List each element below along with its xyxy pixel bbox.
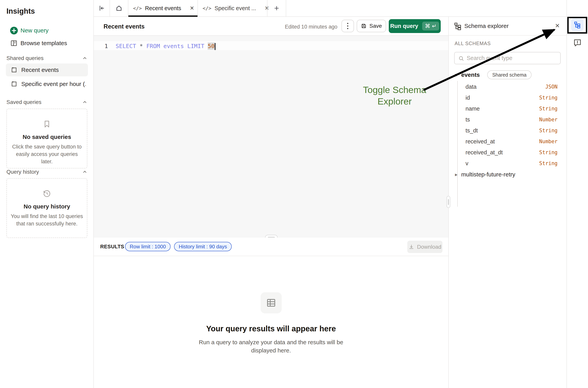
query-title: Recent events <box>104 23 144 30</box>
browse-templates-label: Browse templates <box>21 40 67 47</box>
section-query-history[interactable]: Query history <box>6 168 87 176</box>
field-name: name <box>466 105 480 112</box>
saved-queries-empty-card: No saved queries Click the save query bu… <box>6 109 87 169</box>
schema-field-row[interactable]: name String <box>449 103 566 114</box>
history-empty-title: No query history <box>24 203 70 210</box>
schema-field-row[interactable]: ts Number <box>449 114 566 125</box>
field-type: JSON <box>545 84 558 90</box>
sql-table: events <box>160 43 187 49</box>
sidebar-item-label: Specific event per hour (... <box>21 81 86 87</box>
field-type: Number <box>539 117 558 122</box>
saved-empty-title: No saved queries <box>23 134 71 140</box>
sql-keyword: SELECT <box>116 43 136 49</box>
field-name: v <box>466 160 469 167</box>
field-name: ts_dt <box>466 127 478 134</box>
caret-right-icon[interactable]: ▸ <box>455 171 460 178</box>
query-history-empty-card: No query history You will find the last … <box>6 178 87 238</box>
history-limit-badge[interactable]: History limit : 90 days <box>174 242 232 251</box>
browse-templates-button[interactable]: Browse templates <box>0 37 94 50</box>
caret-down-icon[interactable]: ▾ <box>455 72 460 78</box>
editor-header: Recent events Edited 10 minutes ago Save… <box>94 17 448 36</box>
schema-root-multistep[interactable]: ▸ multistep-future-retry <box>449 170 566 179</box>
schema-field-row[interactable]: v String <box>449 158 566 169</box>
sql-value: 50 <box>208 42 214 50</box>
results-empty-body: Run a query to analyze your data and the… <box>190 338 352 355</box>
schema-field-row[interactable]: data JSON <box>449 81 566 92</box>
field-name: data <box>466 84 476 90</box>
schema-tree-icon <box>574 21 581 28</box>
sql-keyword: LIMIT <box>187 43 208 49</box>
sidebar-item-label: Recent events <box>21 67 59 73</box>
row-limit-badge[interactable]: Row limit : 1000 <box>125 242 170 251</box>
save-label: Save <box>369 23 382 29</box>
field-name: id <box>466 95 470 101</box>
download-label: Download <box>417 244 442 250</box>
sql-editor[interactable]: 1 SELECT * FROM events LIMIT 50 <box>94 36 448 238</box>
chevron-up-icon[interactable] <box>82 56 87 61</box>
collapse-sidebar-button[interactable] <box>94 0 110 16</box>
results-empty-title: Your query results will appear here <box>206 324 336 333</box>
run-query-button[interactable]: Run query ⌘↵ <box>389 19 441 33</box>
more-options-button[interactable] <box>341 20 354 32</box>
feedback-icon <box>573 38 582 47</box>
edited-timestamp: Edited 10 minutes ago <box>285 24 337 30</box>
new-query-button[interactable]: New query <box>0 24 94 37</box>
toggle-schema-explorer-button[interactable] <box>571 19 584 31</box>
schema-field-row[interactable]: received_at_dt String <box>449 147 566 158</box>
query-snippet-icon <box>11 67 17 73</box>
sql-operator: * <box>136 43 146 49</box>
field-type: Number <box>539 139 558 144</box>
run-query-label: Run query <box>390 23 418 29</box>
bookmark-icon <box>42 120 51 129</box>
search-input[interactable] <box>467 52 559 64</box>
save-button[interactable]: Save <box>357 20 386 32</box>
chevron-up-icon[interactable] <box>82 170 87 174</box>
schema-field-row[interactable]: ts_dt String <box>449 125 566 136</box>
download-icon <box>408 244 414 250</box>
tab-label: Specific event ... <box>214 5 256 12</box>
field-type: String <box>539 149 558 155</box>
history-icon <box>42 189 51 198</box>
close-panel-icon[interactable]: ✕ <box>555 22 560 29</box>
section-shared-queries[interactable]: Shared queries <box>6 54 87 62</box>
run-shortcut-badge: ⌘↵ <box>422 22 439 30</box>
panel-resize-handle[interactable] <box>447 196 450 208</box>
save-icon <box>361 23 367 29</box>
search-icon <box>458 55 464 62</box>
query-snippet-icon <box>11 81 17 87</box>
section-saved-queries[interactable]: Saved queries <box>6 98 87 106</box>
home-tab-button[interactable] <box>110 0 128 16</box>
new-query-label: New query <box>21 27 48 34</box>
sql-code-line: SELECT * FROM events LIMIT 50 <box>116 43 215 50</box>
chevron-up-icon[interactable] <box>82 100 87 105</box>
field-type: String <box>539 128 558 133</box>
schema-field-row[interactable]: received_at Number <box>449 136 566 147</box>
all-schemas-label: ALL SCHEMAS <box>455 41 491 46</box>
sidebar-item-specific-event[interactable]: Specific event per hour (... <box>6 77 88 91</box>
new-tab-button[interactable] <box>267 0 286 16</box>
schema-root-events[interactable]: ▾ events Shared schema <box>449 70 566 80</box>
shared-schema-badge: Shared schema <box>487 70 532 79</box>
feedback-button[interactable] <box>573 38 582 47</box>
schema-explorer-panel: Schema explorer ✕ ALL SCHEMAS ▾ events S… <box>448 17 566 388</box>
sidebar-item-recent-events[interactable]: Recent events <box>6 64 88 76</box>
section-saved-label: Saved queries <box>6 99 41 105</box>
schema-tree-icon <box>454 22 462 30</box>
results-header: RESULTS Row limit : 1000 History limit :… <box>94 238 448 256</box>
download-button[interactable]: Download <box>407 241 443 253</box>
text-cursor <box>215 43 215 50</box>
field-name: ts <box>466 117 470 123</box>
close-tab-icon[interactable]: ✕ <box>190 5 194 11</box>
section-history-label: Query history <box>6 169 39 175</box>
field-type: String <box>539 160 558 166</box>
tab-specific-event[interactable]: </> Specific event ... ✕ <box>198 0 267 16</box>
right-icon-strip <box>566 0 588 388</box>
templates-icon <box>10 39 18 47</box>
schema-search[interactable] <box>454 52 561 64</box>
insights-app: Insights New query Browse templates Shar… <box>0 0 588 388</box>
sql-keyword: FROM <box>146 43 160 49</box>
code-tab-icon: </> <box>203 5 211 11</box>
schema-field-row[interactable]: id String <box>449 92 566 103</box>
code-tab-icon: </> <box>133 5 142 11</box>
tab-recent-events[interactable]: </> Recent events ✕ <box>128 0 197 16</box>
